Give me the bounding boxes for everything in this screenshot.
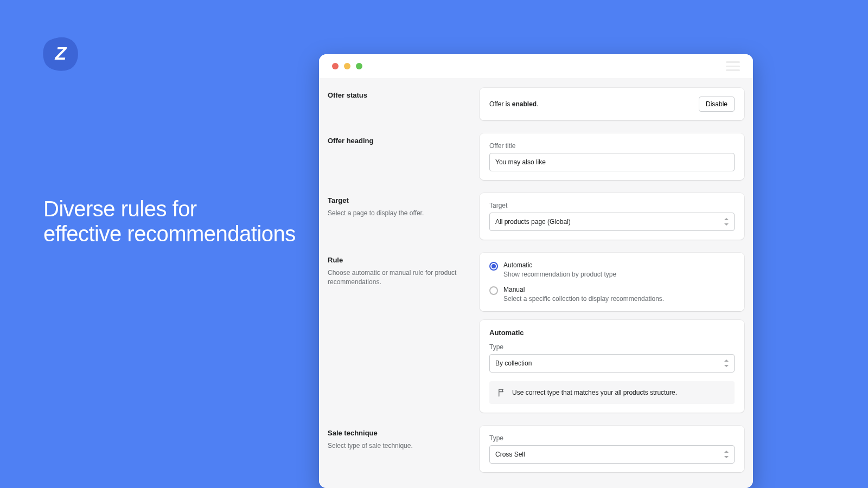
automatic-tip: Use correct type that matches your all p… — [489, 381, 735, 404]
rule-manual-desc: Select a specific collection to display … — [503, 295, 664, 303]
select-caret-icon — [724, 451, 729, 458]
automatic-type-value: By collection — [495, 359, 532, 367]
hero-line2: effective recommendations — [43, 222, 296, 246]
hero-line1: Diverse rules for — [43, 197, 197, 221]
target-select[interactable]: All products page (Global) — [489, 213, 735, 231]
minimize-icon[interactable] — [344, 63, 350, 69]
automatic-card: Automatic Type By collection Use correct… — [480, 320, 744, 413]
svg-text:Z: Z — [55, 43, 67, 63]
maximize-icon[interactable] — [356, 63, 362, 69]
sale-technique-title: Sale technique — [328, 429, 467, 437]
rule-automatic-option[interactable]: Automatic Show recommendation by product… — [489, 261, 735, 278]
target-desc: Select a page to display the offer. — [328, 209, 467, 218]
sale-technique-type-label: Type — [489, 434, 735, 442]
select-caret-icon — [724, 218, 729, 226]
close-icon[interactable] — [332, 63, 339, 69]
automatic-type-select[interactable]: By collection — [489, 354, 735, 373]
sale-technique-select[interactable]: Cross Sell — [489, 445, 735, 464]
sale-technique-desc: Select type of sale technique. — [328, 441, 467, 451]
settings-pane: Offer status Offer is enabled. Disable O… — [319, 78, 753, 488]
disable-button[interactable]: Disable — [699, 97, 735, 112]
offer-heading-title: Offer heading — [328, 137, 467, 145]
rule-title: Rule — [328, 256, 467, 264]
target-select-label: Target — [489, 202, 735, 209]
select-caret-icon — [724, 359, 729, 367]
automatic-type-label: Type — [489, 343, 735, 351]
sale-technique-value: Cross Sell — [495, 451, 525, 458]
rule-manual-option[interactable]: Manual Select a specific collection to d… — [489, 286, 735, 303]
offer-status-title: Offer status — [328, 91, 467, 99]
automatic-tip-text: Use correct type that matches your all p… — [512, 389, 677, 396]
logo: Z — [39, 33, 82, 76]
section-rule: Rule Choose automatic or manual rule for… — [328, 243, 744, 413]
window-titlebar — [319, 54, 753, 78]
offer-title-input[interactable] — [489, 153, 735, 171]
rule-manual-label: Manual — [503, 286, 664, 293]
target-select-value: All products page (Global) — [495, 218, 571, 226]
rule-automatic-label: Automatic — [503, 261, 616, 269]
section-offer-heading: Offer heading Offer title — [328, 124, 744, 180]
app-window: Offer status Offer is enabled. Disable O… — [319, 54, 753, 488]
automatic-heading: Automatic — [489, 329, 735, 337]
section-offer-status: Offer status Offer is enabled. Disable — [328, 78, 744, 120]
menu-icon[interactable] — [726, 61, 740, 71]
flag-icon — [497, 388, 507, 397]
section-target: Target Select a page to display the offe… — [328, 183, 744, 240]
offer-status-text: Offer is enabled. — [489, 100, 539, 108]
offer-title-label: Offer title — [489, 142, 735, 150]
rule-automatic-desc: Show recommendation by product type — [503, 271, 616, 278]
section-sale-technique: Sale technique Select type of sale techn… — [328, 416, 744, 472]
rule-desc: Choose automatic or manual rule for prod… — [328, 268, 467, 287]
hero-headline: Diverse rules for effective recommendati… — [43, 196, 296, 246]
target-title: Target — [328, 196, 467, 204]
radio-icon — [489, 262, 498, 271]
radio-icon — [489, 286, 498, 295]
